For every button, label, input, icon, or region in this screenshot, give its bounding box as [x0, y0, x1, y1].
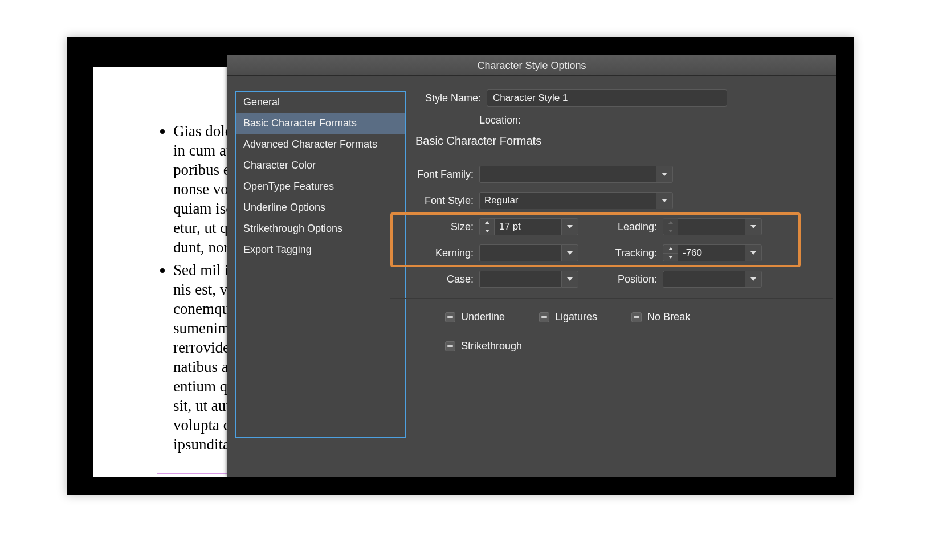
sidebar-item-underline-options[interactable]: Underline Options — [236, 197, 405, 218]
kerning-input[interactable] — [479, 244, 561, 261]
doc-line: dunt, nor — [173, 239, 229, 256]
checkbox-icon — [539, 312, 549, 322]
sidebar-item-basic-character-formats[interactable]: Basic Character Formats — [236, 113, 405, 134]
chevron-down-icon — [567, 225, 573, 228]
svg-marker-7 — [750, 225, 756, 228]
svg-marker-8 — [567, 251, 573, 255]
font-family-label: Font Family: — [403, 169, 479, 181]
divider — [390, 298, 833, 299]
case-dropdown[interactable] — [561, 271, 578, 288]
doc-line: nis est, vo — [173, 281, 235, 298]
sidebar-item-advanced-character-formats[interactable]: Advanced Character Formats — [236, 134, 405, 155]
svg-marker-4 — [567, 225, 573, 228]
leading-label: Leading: — [594, 221, 663, 233]
sidebar-item-strikethrough-options[interactable]: Strikethrough Options — [236, 218, 405, 239]
ligatures-checkbox[interactable]: Ligatures — [539, 311, 597, 323]
style-name-input[interactable] — [487, 89, 727, 107]
svg-marker-6 — [668, 230, 673, 232]
underline-checkbox[interactable]: Underline — [445, 311, 505, 323]
category-sidebar: General Basic Character Formats Advanced… — [235, 91, 406, 438]
leading-input[interactable] — [678, 218, 745, 235]
sidebar-item-general[interactable]: General — [236, 92, 405, 113]
svg-marker-2 — [485, 221, 489, 224]
chevron-down-icon — [750, 251, 756, 255]
underline-checkbox-label: Underline — [461, 311, 505, 323]
font-family-input[interactable] — [479, 166, 656, 183]
ligatures-checkbox-label: Ligatures — [555, 311, 597, 323]
tracking-stepper[interactable] — [663, 244, 678, 261]
strikethrough-checkbox-label: Strikethrough — [461, 340, 522, 352]
size-label: Size: — [403, 221, 479, 233]
svg-marker-5 — [668, 221, 673, 224]
doc-line: etur, ut qu — [173, 219, 235, 236]
strikethrough-checkbox[interactable]: Strikethrough — [445, 340, 559, 352]
chevron-down-icon — [567, 277, 573, 281]
svg-marker-11 — [750, 251, 756, 255]
font-style-dropdown[interactable] — [656, 192, 673, 209]
case-input[interactable] — [479, 271, 561, 288]
chevron-down-icon — [567, 251, 573, 255]
svg-marker-12 — [567, 277, 573, 281]
size-dropdown[interactable] — [561, 218, 578, 235]
doc-line: sit, ut aut — [173, 397, 230, 414]
doc-line: ipsundita — [173, 436, 230, 453]
chevron-down-icon — [750, 225, 756, 228]
leading-dropdown[interactable] — [745, 218, 762, 235]
screenshot-frame: Gias dolo in cum au poribus e nonse vol … — [67, 37, 854, 495]
section-title: Basic Character Formats — [415, 134, 827, 148]
doc-line: quiam isc — [173, 200, 232, 217]
doc-line: rerrovide — [173, 339, 230, 356]
chevron-up-icon — [668, 247, 673, 250]
svg-marker-1 — [662, 199, 667, 202]
doc-line: entium q — [173, 378, 227, 395]
svg-marker-13 — [750, 277, 756, 281]
svg-marker-9 — [668, 247, 673, 250]
chevron-down-icon — [668, 230, 673, 232]
chevron-down-icon — [485, 230, 489, 232]
tracking-label: Tracking: — [594, 247, 663, 259]
position-dropdown[interactable] — [745, 271, 762, 288]
font-family-dropdown[interactable] — [656, 166, 673, 183]
size-input[interactable] — [494, 218, 561, 235]
size-stepper[interactable] — [479, 218, 494, 235]
doc-line: nonse vol — [173, 181, 232, 198]
svg-marker-10 — [668, 256, 673, 259]
kerning-label: Kerning: — [403, 247, 479, 259]
case-label: Case: — [403, 273, 479, 285]
doc-line: poribus e — [173, 161, 230, 178]
position-label: Position: — [594, 273, 663, 285]
sidebar-item-export-tagging[interactable]: Export Tagging — [236, 239, 405, 260]
font-style-label: Font Style: — [403, 195, 479, 207]
chevron-down-icon — [662, 173, 667, 176]
svg-marker-3 — [485, 230, 489, 232]
doc-line: volupta q — [173, 416, 231, 434]
svg-marker-0 — [662, 173, 667, 176]
doc-line: Gias dolo — [173, 122, 232, 140]
doc-line: conemqu — [173, 300, 230, 317]
no-break-checkbox-label: No Break — [647, 311, 690, 323]
doc-line: in cum au — [173, 142, 234, 159]
checkbox-icon — [631, 312, 642, 322]
location-label: Location: — [415, 115, 527, 126]
checkbox-icon — [445, 341, 455, 351]
doc-line: natibus a — [173, 358, 229, 375]
checkbox-icon — [445, 312, 455, 322]
kerning-dropdown[interactable] — [561, 244, 578, 261]
position-input[interactable] — [663, 271, 745, 288]
font-style-input[interactable] — [479, 192, 656, 209]
chevron-down-icon — [662, 199, 667, 202]
doc-line: sumenim — [173, 320, 230, 337]
style-name-label: Style Name: — [415, 92, 487, 104]
chevron-down-icon — [750, 277, 756, 281]
no-break-checkbox[interactable]: No Break — [631, 311, 690, 323]
chevron-down-icon — [668, 256, 673, 259]
chevron-up-icon — [668, 221, 673, 224]
sidebar-item-opentype-features[interactable]: OpenType Features — [236, 176, 405, 197]
tracking-input[interactable] — [678, 244, 745, 261]
character-style-options-dialog: Character Style Options General Basic Ch… — [227, 55, 836, 477]
tracking-dropdown[interactable] — [745, 244, 762, 261]
chevron-up-icon — [485, 221, 489, 224]
sidebar-item-character-color[interactable]: Character Color — [236, 155, 405, 176]
dialog-title: Character Style Options — [227, 55, 836, 76]
leading-stepper[interactable] — [663, 218, 678, 235]
